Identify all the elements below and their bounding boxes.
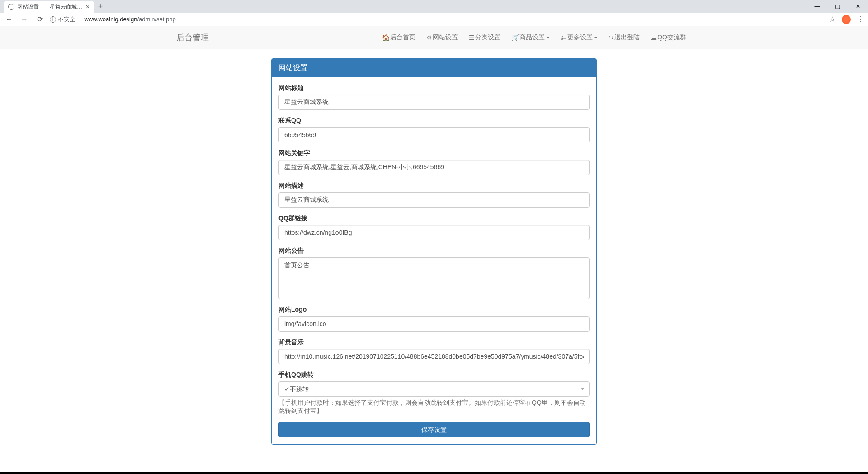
label-description: 网站描述 [278, 182, 590, 190]
chevron-down-icon [546, 37, 550, 38]
field-qq-group-link: QQ群链接 [278, 214, 590, 240]
save-button[interactable]: 保存设置 [278, 422, 590, 437]
nav-logout[interactable]: ↪退出登陆 [603, 27, 645, 48]
nav-qq-group[interactable]: ☁QQ交流群 [645, 27, 692, 48]
field-description: 网站描述 [278, 182, 590, 208]
page-viewport: 后台管理 🏠后台首页 ⚙网站设置 ☰分类设置 🛒商品设置 🏷更多设置 ↪退出登陆… [0, 26, 868, 474]
list-icon: ☰ [469, 34, 475, 41]
label-qq-jump: 手机QQ跳转 [278, 371, 590, 379]
taskbar [0, 472, 868, 474]
back-button[interactable]: ← [4, 14, 14, 25]
main-container: 网站设置 网站标题 联系QQ 网站关键字 网站描述 [264, 58, 604, 445]
field-announcement: 网站公告 [278, 247, 590, 299]
cloud-icon: ☁ [651, 34, 657, 41]
gear-icon: ⚙ [426, 34, 432, 41]
input-keywords[interactable] [278, 160, 590, 175]
url-area[interactable]: i 不安全 | www.woainig.design/admin/set.php [50, 15, 825, 24]
profile-avatar[interactable] [842, 15, 851, 24]
label-bgm: 背景音乐 [278, 338, 590, 346]
input-contact-qq[interactable] [278, 127, 590, 142]
panel-title: 网站设置 [272, 59, 596, 77]
field-contact-qq: 联系QQ [278, 117, 590, 142]
insecure-indicator[interactable]: i 不安全 [50, 15, 75, 24]
input-logo[interactable] [278, 316, 590, 332]
reload-button[interactable]: ⟳ [34, 14, 45, 25]
maximize-button[interactable]: ▢ [827, 0, 848, 13]
tag-icon: 🏷 [561, 34, 567, 41]
globe-icon [8, 4, 14, 10]
input-bgm[interactable] [278, 349, 590, 364]
label-logo: 网站Logo [278, 306, 590, 314]
label-keywords: 网站关键字 [278, 149, 590, 157]
tab-bar: 网站设置——星益云商城系统 × + ― ▢ ✕ [0, 0, 868, 13]
browser-chrome: 网站设置——星益云商城系统 × + ― ▢ ✕ ← → ⟳ i 不安全 | ww… [0, 0, 868, 26]
close-window-button[interactable]: ✕ [848, 0, 868, 13]
navbar-nav: 🏠后台首页 ⚙网站设置 ☰分类设置 🛒商品设置 🏷更多设置 ↪退出登陆 ☁QQ交… [377, 27, 692, 48]
field-keywords: 网站关键字 [278, 149, 590, 175]
nav-product-settings[interactable]: 🛒商品设置 [506, 27, 555, 48]
label-contact-qq: 联系QQ [278, 117, 590, 125]
nav-home[interactable]: 🏠后台首页 [377, 27, 421, 48]
browser-menu-icon[interactable]: ⋮ [857, 15, 864, 24]
forward-button[interactable]: → [19, 14, 30, 25]
insecure-label: 不安全 [58, 15, 75, 24]
input-site-title[interactable] [278, 95, 590, 110]
help-qq-jump: 【手机用户付款时：如果选择了支付宝付款，则会自动跳转到支付宝。如果付款前还停留在… [278, 399, 590, 415]
url-text: www.woainig.design/admin/set.php [84, 16, 175, 23]
field-qq-jump: 手机QQ跳转 ✓不跳转 【手机用户付款时：如果选择了支付宝付款，则会自动跳转到支… [278, 371, 590, 415]
panel-body: 网站标题 联系QQ 网站关键字 网站描述 QQ群链接 [272, 77, 596, 444]
close-tab-icon[interactable]: × [86, 3, 90, 10]
input-description[interactable] [278, 192, 590, 208]
nav-more-settings[interactable]: 🏷更多设置 [555, 27, 603, 48]
nav-site-settings[interactable]: ⚙网站设置 [421, 27, 463, 48]
chevron-down-icon [594, 37, 598, 38]
window-controls: ― ▢ ✕ [807, 0, 868, 13]
browser-tab[interactable]: 网站设置——星益云商城系统 × [4, 1, 94, 13]
tab-title: 网站设置——星益云商城系统 [17, 3, 83, 11]
input-qq-group-link[interactable] [278, 225, 590, 240]
settings-panel: 网站设置 网站标题 联系QQ 网站关键字 网站描述 [271, 58, 597, 445]
select-qq-jump[interactable]: ✓不跳转 [278, 381, 590, 397]
field-site-title: 网站标题 [278, 84, 590, 110]
info-icon: i [50, 16, 56, 23]
address-bar: ← → ⟳ i 不安全 | www.woainig.design/admin/s… [0, 13, 868, 26]
textarea-announcement[interactable] [278, 257, 590, 299]
field-logo: 网站Logo [278, 306, 590, 332]
field-bgm: 背景音乐 [278, 338, 590, 364]
navbar: 后台管理 🏠后台首页 ⚙网站设置 ☰分类设置 🛒商品设置 🏷更多设置 ↪退出登陆… [0, 26, 868, 49]
bookmark-star-icon[interactable]: ☆ [829, 15, 835, 24]
logout-icon: ↪ [609, 34, 614, 41]
cart-icon: 🛒 [511, 34, 519, 41]
navbar-brand[interactable]: 后台管理 [176, 26, 216, 50]
label-qq-group-link: QQ群链接 [278, 214, 590, 223]
new-tab-button[interactable]: + [94, 0, 107, 13]
nav-category-settings[interactable]: ☰分类设置 [463, 27, 506, 48]
minimize-button[interactable]: ― [807, 0, 827, 13]
label-announcement: 网站公告 [278, 247, 590, 255]
label-site-title: 网站标题 [278, 84, 590, 92]
home-icon: 🏠 [382, 34, 390, 41]
